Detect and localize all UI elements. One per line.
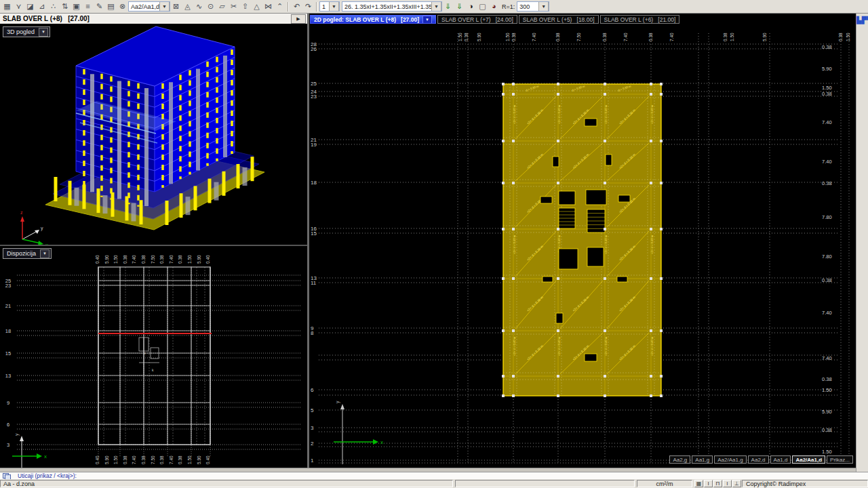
view-tab-3[interactable]: SLAB OVER L (+6) [21.00] bbox=[600, 15, 680, 24]
svg-text:0.38: 0.38 bbox=[838, 33, 843, 41]
cut-icon[interactable]: ✂ bbox=[228, 1, 239, 12]
import-icon[interactable]: ⇓ bbox=[454, 1, 465, 12]
slab-2d-canvas[interactable]: 28262524232119181615131198653211.500.385… bbox=[309, 24, 856, 468]
chevron-down-icon[interactable]: ▼ bbox=[159, 1, 170, 12]
storey-icon[interactable]: ≡ bbox=[82, 1, 94, 12]
svg-text:0.38: 0.38 bbox=[602, 33, 607, 41]
export-icon[interactable]: ⇓ bbox=[442, 1, 454, 12]
chevron-down-icon[interactable]: ▼ bbox=[329, 1, 339, 12]
svg-text:<2> d = 0.40 m: <2> d = 0.40 m bbox=[650, 104, 654, 124]
copy-level-icon[interactable]: ▱ bbox=[216, 1, 228, 12]
zone-combo[interactable]: Aa2/Aa1,d ▼ bbox=[128, 1, 170, 12]
svg-text:11: 11 bbox=[311, 280, 317, 286]
viewport-3d[interactable]: 3D pogled ▼ zyx bbox=[0, 24, 307, 245]
redo-icon[interactable]: ↷ bbox=[302, 1, 314, 12]
svg-text:1.50: 1.50 bbox=[846, 33, 850, 41]
svg-text:0.38: 0.38 bbox=[159, 255, 164, 264]
chevron-down-icon[interactable]: ▼ bbox=[39, 28, 48, 37]
frame-button[interactable]: Π bbox=[713, 480, 722, 487]
svg-text:7.40: 7.40 bbox=[822, 119, 832, 125]
view-tab-2[interactable]: SLAB OVER L (+5) [18.00] bbox=[519, 15, 599, 24]
result-tab-Aa1,d[interactable]: Aa1,d bbox=[770, 455, 791, 464]
mode-shape-icon[interactable]: ∿ bbox=[193, 1, 205, 12]
command-line[interactable]: Uticaji (prikaz / <kraj>): bbox=[0, 472, 868, 479]
scale-combo-value: 300 bbox=[519, 3, 530, 10]
diagram-xx-icon[interactable]: ▙ bbox=[856, 15, 862, 25]
contrast-icon[interactable]: ◑ bbox=[465, 1, 477, 12]
footing-button[interactable]: ⊥ bbox=[732, 480, 741, 487]
table-icon[interactable]: ▤ bbox=[105, 1, 117, 12]
raise-icon[interactable]: ⇧ bbox=[239, 1, 251, 12]
svg-text:5.90: 5.90 bbox=[822, 66, 832, 72]
view-tab-1[interactable]: SLAB OVER L (+7) [24.00] bbox=[437, 15, 517, 24]
result-tab-bar: Aa2,gAa1,gAa2/Aa1,gAa2,dAa1,dAa2/Aa1,dPr… bbox=[309, 455, 853, 464]
chevron-down-icon[interactable]: ▼ bbox=[422, 16, 432, 24]
support-icon[interactable]: ⋎ bbox=[13, 1, 24, 12]
command-history-icon[interactable] bbox=[3, 473, 12, 479]
svg-text:1.50: 1.50 bbox=[822, 387, 832, 393]
viewport-2d[interactable]: 28262524232119181615131198653211.500.385… bbox=[309, 24, 856, 468]
view-selector-disposition[interactable]: Dispozicija ▼ bbox=[3, 248, 52, 259]
toolbar-icon-group-model: ▦⋎◪⊿∴⇅▣≡✎▤⊗ bbox=[1, 1, 128, 12]
result-tab-Aa2,g[interactable]: Aa2,g bbox=[669, 455, 690, 464]
chevron-down-icon[interactable]: ▼ bbox=[431, 1, 441, 12]
result-tab-Aa2,d[interactable]: Aa2,d bbox=[748, 455, 769, 464]
load-combination-combo[interactable]: 26. 1.35xI+1.35xII+1.35xIII+1.35xIV ▼ bbox=[342, 1, 442, 12]
link-icon[interactable]: ⋈ bbox=[262, 1, 274, 12]
node-icon[interactable]: ⊙ bbox=[205, 1, 216, 12]
svg-text:k: k bbox=[152, 368, 154, 372]
annotate-icon[interactable]: ✎ bbox=[94, 1, 105, 12]
svg-text:1.50: 1.50 bbox=[187, 255, 192, 264]
status-bar: Aa - d.zona cm²/m ▦IΠl⊥ Copyright© Radim… bbox=[0, 479, 868, 488]
level-combo-value: 1 bbox=[322, 3, 326, 10]
svg-text:<2> d = 0.40 m: <2> d = 0.40 m bbox=[513, 104, 516, 124]
selection-box-icon[interactable]: ▢ bbox=[477, 1, 488, 12]
svg-text:25: 25 bbox=[311, 81, 317, 87]
svg-text:7.40: 7.40 bbox=[132, 255, 136, 264]
application-window: ▦⋎◪⊿∴⇅▣≡✎▤⊗ Aa2/Aa1,d ▼ ⊠◬∿⊙▱✂⇧△⋈⌃ ↶ ↷ 1… bbox=[0, 0, 868, 488]
mesh-icon[interactable]: ⊠ bbox=[170, 1, 182, 12]
svg-text:0.38: 0.38 bbox=[159, 455, 164, 464]
chevron-down-icon[interactable]: ▼ bbox=[538, 1, 549, 12]
disposition-canvas[interactable]: 0.405.901.500.387.400.387.500.387.400.38… bbox=[0, 246, 307, 468]
roof-icon[interactable]: △ bbox=[251, 1, 262, 12]
undo-icon[interactable]: ↶ bbox=[291, 1, 302, 12]
expand-panel-button[interactable]: ▶ bbox=[291, 14, 306, 24]
scale-combo[interactable]: 300 ▼ bbox=[517, 1, 549, 12]
right-toolbar: ▙▛▜▟▚▞▭◺⌖⌗◉✚↻✎✎⊘❖∷∿✃▦⊢▬▱Ι⚑ bbox=[856, 14, 868, 472]
chevron-down-icon[interactable]: ▼ bbox=[40, 249, 50, 258]
ramp-icon[interactable]: ⊿ bbox=[36, 1, 47, 12]
result-tab-Prikaz...[interactable]: Prikaz... bbox=[827, 455, 853, 464]
result-tab-Aa2/Aa1,d[interactable]: Aa2/Aa1,d bbox=[792, 455, 825, 464]
svg-text:5.90: 5.90 bbox=[197, 255, 201, 264]
render-icon[interactable]: ◕ bbox=[488, 1, 500, 12]
view-tab-0[interactable]: 2D pogled: SLAB OVER L (+8) [27.00]▼ bbox=[310, 15, 436, 24]
model-3d-canvas[interactable]: zyx bbox=[0, 24, 307, 245]
swap-levels-icon[interactable]: ⇅ bbox=[59, 1, 71, 12]
svg-text:y: y bbox=[14, 433, 20, 436]
section-button[interactable]: l bbox=[723, 480, 732, 487]
delete-icon[interactable]: ⊗ bbox=[117, 1, 128, 12]
result-tab-Aa2/Aa1,g[interactable]: Aa2/Aa1,g bbox=[714, 455, 746, 464]
ibeam-button[interactable]: I bbox=[704, 480, 713, 487]
view-selector-3d[interactable]: 3D pogled ▼ bbox=[3, 26, 50, 37]
left-panel-title: SLAB OVER L (+8) [27.00] bbox=[0, 15, 90, 22]
surface-load-icon[interactable]: ◪ bbox=[24, 1, 36, 12]
refine-icon[interactable]: ◬ bbox=[182, 1, 193, 12]
svg-text:1.50: 1.50 bbox=[187, 455, 192, 464]
svg-text:7.80: 7.80 bbox=[822, 253, 832, 260]
grid-button[interactable]: ▦ bbox=[694, 480, 703, 487]
collapse-icon[interactable]: ⌃ bbox=[274, 1, 285, 12]
svg-text:23: 23 bbox=[311, 94, 317, 100]
result-tab-Aa1,g[interactable]: Aa1,g bbox=[692, 455, 713, 464]
viewport-disposition[interactable]: Dispozicija ▼ 0.405.901.500.387.400.387.… bbox=[0, 246, 307, 468]
point-load-icon[interactable]: ∴ bbox=[47, 1, 59, 12]
level-combo[interactable]: 1 ▼ bbox=[319, 1, 340, 12]
svg-text:0.40: 0.40 bbox=[205, 455, 210, 464]
region-icon[interactable]: ▣ bbox=[71, 1, 82, 12]
slab-icon[interactable]: ▦ bbox=[1, 1, 13, 12]
svg-text:7.40: 7.40 bbox=[623, 33, 628, 41]
svg-text:1.50: 1.50 bbox=[505, 33, 510, 41]
svg-text:1.50: 1.50 bbox=[822, 449, 832, 455]
svg-text:1.50: 1.50 bbox=[458, 33, 462, 41]
